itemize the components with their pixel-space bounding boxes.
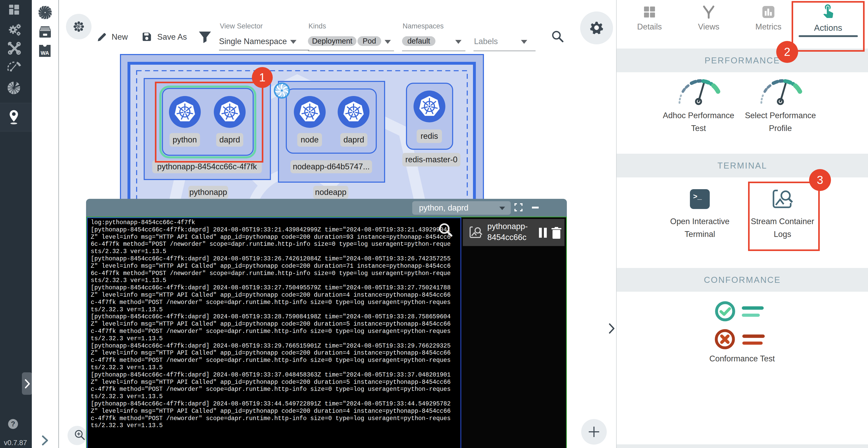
svg-text:?: ? xyxy=(11,420,16,428)
svg-text:WA: WA xyxy=(41,50,49,56)
